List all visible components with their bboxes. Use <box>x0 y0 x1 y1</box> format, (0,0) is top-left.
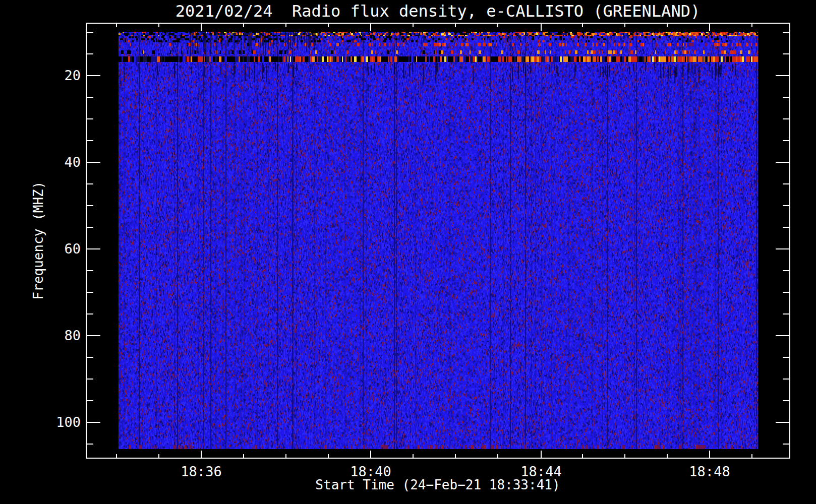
x-tick-label: 18:48 <box>689 463 730 480</box>
axis-tick <box>455 24 456 27</box>
axis-tick <box>370 451 371 458</box>
axis-tick <box>709 24 710 31</box>
axis-tick <box>624 24 625 27</box>
axis-tick <box>582 24 583 27</box>
axis-tick <box>87 140 93 141</box>
axis-tick <box>783 118 789 119</box>
axis-tick <box>783 32 789 33</box>
axis-tick <box>87 270 93 271</box>
axis-tick <box>497 454 498 458</box>
axis-tick <box>783 400 789 401</box>
axis-tick <box>783 444 789 445</box>
axis-tick <box>783 227 789 228</box>
axis-tick <box>783 53 789 54</box>
axis-tick <box>87 357 93 358</box>
axis-tick <box>87 444 93 445</box>
axis-tick <box>87 53 93 54</box>
axis-tick <box>455 454 456 458</box>
axis-tick <box>667 24 668 27</box>
y-tick-label: 100 <box>20 414 81 431</box>
axis-tick <box>285 454 286 458</box>
axis-tick <box>87 118 93 119</box>
axis-tick <box>87 97 93 98</box>
axis-tick <box>87 400 93 401</box>
axis-tick <box>87 313 93 314</box>
y-tick-label: 20 <box>20 67 81 84</box>
axis-tick <box>776 162 789 163</box>
axis-tick <box>624 454 625 458</box>
spectrogram-image <box>119 32 758 449</box>
x-tick-label: 18:36 <box>181 463 221 480</box>
axis-tick <box>541 451 542 458</box>
x-axis-title: Start Time (24−Feb−21 18:33:41) <box>315 477 560 493</box>
axis-tick <box>328 24 329 27</box>
axis-tick <box>201 451 202 458</box>
axis-tick <box>783 205 789 206</box>
axis-tick <box>776 335 789 336</box>
spectrogram-page: 2021/02/24 Radio flux density, e-CALLIST… <box>0 0 816 504</box>
axis-tick <box>87 248 100 249</box>
axis-tick <box>87 335 100 336</box>
axis-tick <box>87 32 93 33</box>
axis-tick <box>87 205 93 206</box>
axis-tick <box>328 454 329 458</box>
y-tick-label: 60 <box>20 240 81 258</box>
axis-tick <box>116 454 117 458</box>
axis-tick <box>709 451 710 458</box>
axis-tick <box>413 454 414 458</box>
axis-tick <box>776 248 789 249</box>
y-axis-title: Frequency (MHZ) <box>30 181 46 300</box>
axis-tick <box>87 75 100 76</box>
axis-tick <box>116 24 117 27</box>
axis-tick <box>783 357 789 358</box>
axis-tick <box>776 422 789 423</box>
axis-tick <box>201 24 202 31</box>
axis-tick <box>285 24 286 27</box>
axis-tick <box>783 379 789 380</box>
axis-tick <box>776 75 789 76</box>
axis-tick <box>87 183 93 184</box>
axis-tick <box>87 162 100 163</box>
axis-tick <box>87 292 93 293</box>
axis-tick <box>87 379 93 380</box>
axis-tick <box>751 24 752 27</box>
y-tick-label: 80 <box>20 327 81 344</box>
axis-tick <box>243 24 244 27</box>
axis-tick <box>783 97 789 98</box>
axis-tick <box>87 422 100 423</box>
axis-tick <box>413 24 414 27</box>
axis-tick <box>783 270 789 271</box>
axis-tick <box>158 454 159 458</box>
axis-tick <box>370 24 371 31</box>
axis-tick <box>667 454 668 458</box>
axis-tick <box>751 454 752 458</box>
y-tick-label: 40 <box>20 154 81 171</box>
axis-tick <box>783 183 789 184</box>
axis-tick <box>87 227 93 228</box>
axis-tick <box>783 292 789 293</box>
axis-tick <box>783 313 789 314</box>
axis-tick <box>783 140 789 141</box>
chart-title: 2021/02/24 Radio flux density, e-CALLIST… <box>176 2 700 21</box>
axis-tick <box>243 454 244 458</box>
axis-tick <box>582 454 583 458</box>
axis-tick <box>158 24 159 27</box>
axis-tick <box>541 24 542 31</box>
axis-tick <box>497 24 498 27</box>
